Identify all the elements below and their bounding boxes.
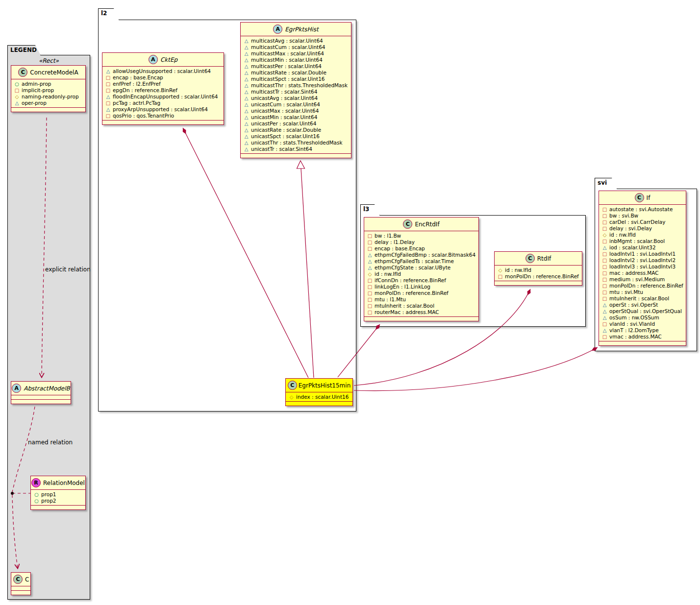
square-visibility-icon: □ (602, 225, 607, 232)
triangle-visibility-icon: △ (14, 100, 20, 106)
class-attribute-row: □mtuInherit : scalar.Bool (367, 303, 475, 309)
class-attribute-row: □pcTag : actrl.PcTag (105, 100, 221, 106)
attribute-text: multicastRate : scalar.Double (251, 70, 326, 76)
square-visibility-icon: □ (367, 277, 373, 284)
class-attribute-row: □monPolDn : reference.BinRef (498, 273, 579, 280)
square-visibility-icon: □ (367, 309, 373, 315)
attributes-compartment (11, 395, 71, 399)
class-attribute-row: ○admin-prop (14, 81, 82, 87)
class-header: C If (599, 191, 686, 204)
class-attribute-row: △multicastMin : scalar.Uint64 (244, 57, 348, 63)
class-attribute-row: △unicastThr : stats.ThresholdedMask (244, 140, 348, 146)
attribute-text: delay : svi.Delay (609, 225, 652, 232)
square-visibility-icon: □ (14, 87, 20, 94)
uml-class-diagram: LEGEND «Rect» l2 l3 svi (0, 0, 700, 605)
attribute-text: epgDn : reference.BinRef (113, 87, 177, 94)
attribute-text: id : nw.IfId (505, 267, 531, 273)
attribute-text: ethpmCfgState : scalar.UByte (375, 265, 450, 271)
triangle-visibility-icon: △ (244, 50, 249, 57)
class-attributes: ◇id : nw.IfId□monPolDn : reference.BinRe… (495, 265, 582, 281)
square-visibility-icon: □ (602, 334, 607, 340)
triangle-visibility-icon: △ (602, 302, 607, 308)
class-attribute-row: □implicit-prop (14, 87, 82, 94)
class-attribute-row: △unicastSpct : scalar.Uint16 (244, 133, 348, 140)
attribute-text: admin-prop (22, 81, 51, 87)
attribute-text: id : nw.IfId (375, 271, 401, 277)
triangle-visibility-icon: △ (244, 121, 249, 127)
class-concretemodela: C ConcreteModelA ○admin-prop□implicit-pr… (11, 65, 86, 112)
attribute-text: vlanId : svi.VlanId (609, 321, 655, 327)
class-attribute-row: △oper-prop (14, 100, 82, 106)
class-attribute-row: □loadIntvl1 : svi.LoadIntvl1 (602, 251, 683, 257)
triangle-visibility-icon: △ (105, 94, 111, 100)
attribute-text: mtu : l1.Mtu (375, 296, 406, 303)
triangle-visibility-icon: △ (105, 106, 111, 113)
attribute-text: loadIntvl2 : svi.LoadIntvl2 (609, 257, 675, 264)
attribute-text: unicastThr : stats.ThresholdedMask (251, 140, 342, 146)
class-name: ConcreteModelA (30, 69, 78, 76)
class-attribute-row: △operStQual : svi.OperStQual (602, 308, 683, 315)
attribute-text: multicastPer : scalar.Uint64 (251, 63, 322, 70)
triangle-visibility-icon: △ (244, 127, 249, 133)
methods-compartment (102, 120, 224, 124)
square-visibility-icon: □ (367, 296, 373, 303)
package-legend-frame (7, 55, 90, 600)
package-svi-label: svi (598, 179, 607, 186)
class-attribute-row: □loadIntvl2 : svi.LoadIntvl2 (602, 257, 683, 264)
square-visibility-icon: □ (602, 219, 607, 225)
circle-visibility-icon: ○ (14, 81, 20, 87)
triangle-visibility-icon: △ (602, 327, 607, 334)
package-legend-tab: LEGEND (7, 45, 41, 55)
attribute-text: monPolDn : reference.BinRef (375, 290, 449, 296)
class-name: EgrPktsHist (285, 26, 319, 33)
attribute-text: ifConnDn : reference.BinRef (375, 277, 446, 284)
class-attribute-row: □encap : base.Encap (105, 74, 221, 81)
class-attribute-row: △unicastCum : scalar.Uint64 (244, 101, 348, 108)
class-attribute-row: □delay : l1.Delay (367, 239, 475, 245)
class-name: RelationModel (43, 480, 85, 486)
class-header: C C (11, 573, 30, 586)
class-attribute-row: △unicastRate : scalar.Double (244, 127, 348, 133)
attribute-text: linkLogEn : l1.LinkLog (375, 284, 430, 290)
class-egrpktshist15min: C EgrPktsHist15min ◇index : scalar.Uint1… (285, 378, 353, 406)
attribute-text: vmac : address.MAC (609, 334, 662, 340)
class-attribute-row: ○prop1 (34, 491, 82, 498)
square-visibility-icon: □ (367, 290, 373, 296)
class-attribute-row: □carDel : svi.CarrDelay (602, 219, 683, 225)
triangle-visibility-icon: △ (602, 308, 607, 315)
class-attribute-row: □linkLogEn : l1.LinkLog (367, 284, 475, 290)
square-visibility-icon: □ (602, 238, 607, 244)
square-visibility-icon: □ (105, 100, 111, 106)
class-svi-if: C If □autostate : svi.Autostate□bw : svi… (599, 191, 686, 346)
methods-compartment (599, 341, 686, 345)
attribute-text: unicastAvg : scalar.Uint64 (251, 95, 318, 101)
triangle-visibility-icon: △ (244, 44, 249, 50)
attribute-text: iod : scalar.Uint32 (609, 244, 656, 251)
class-relationmodel: R RelationModel ○prop1○prop2 (30, 476, 86, 510)
square-visibility-icon: □ (367, 284, 373, 290)
square-visibility-icon: □ (367, 239, 373, 245)
attribute-text: encap : base.Encap (375, 245, 425, 252)
class-spot-icon: C (18, 68, 27, 77)
attribute-text: vlanT : l2.DomType (609, 327, 659, 334)
attribute-text: multicastAvg : scalar.Uint64 (251, 38, 323, 44)
class-attributes: ◇index : scalar.Uint16 (286, 392, 352, 401)
class-attributes: □bw : l1.Bw□delay : l1.Delay□encap : bas… (364, 231, 478, 316)
class-attribute-row: △osSum : nw.OSSum (602, 315, 683, 321)
class-attribute-row: □vmac : address.MAC (602, 334, 683, 340)
triangle-visibility-icon: △ (244, 133, 249, 140)
class-header: C EncRtdIf (364, 218, 478, 231)
abstract-class-spot-icon: A (12, 384, 21, 393)
class-attribute-row: □vlanId : svi.VlanId (602, 321, 683, 327)
class-encrtdif: C EncRtdIf □bw : l1.Bw□delay : l1.Delay□… (364, 217, 479, 321)
triangle-visibility-icon: △ (367, 265, 373, 271)
abstract-class-spot-icon: A (273, 24, 282, 34)
square-visibility-icon: □ (602, 213, 607, 219)
class-attribute-row: ◇id : nw.IfId (367, 271, 475, 277)
triangle-visibility-icon: △ (244, 140, 249, 146)
class-attribute-row: □bw : l1.Bw (367, 233, 475, 239)
attribute-text: loadIntvl1 : svi.LoadIntvl1 (609, 251, 675, 257)
diamond-visibility-icon: ◇ (14, 94, 20, 100)
triangle-visibility-icon: △ (244, 82, 249, 89)
composition-edge-svi-if (354, 347, 598, 391)
